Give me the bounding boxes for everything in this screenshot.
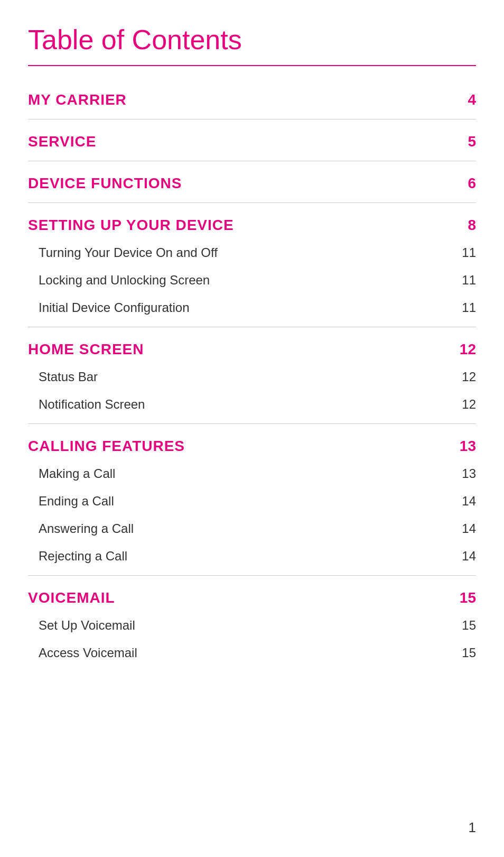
sub-title-home-screen-0: Status Bar	[39, 370, 98, 384]
section-page-my-carrier: 4	[455, 91, 476, 108]
section-row-device-functions[interactable]: DEVICE FUNCTIONS6	[28, 165, 476, 197]
section-page-voicemail: 15	[455, 589, 476, 606]
sub-title-setting-up-your-device-0: Turning Your Device On and Off	[39, 245, 218, 260]
page-container: Table of Contents MY CARRIER4SERVICE5DEV…	[0, 0, 504, 857]
sub-page-setting-up-your-device-0: 11	[455, 245, 476, 260]
section-title-service: SERVICE	[28, 133, 96, 150]
sub-title-calling-features-0: Making a Call	[39, 466, 115, 481]
section-title-device-functions: DEVICE FUNCTIONS	[28, 175, 182, 192]
sub-page-voicemail-0: 15	[455, 618, 476, 633]
sub-page-setting-up-your-device-1: 11	[455, 273, 476, 288]
sub-row-calling-features-2[interactable]: Answering a Call14	[28, 515, 476, 542]
sub-row-calling-features-0[interactable]: Making a Call13	[28, 460, 476, 487]
page-title: Table of Contents	[28, 24, 476, 56]
section-page-service: 5	[455, 133, 476, 150]
sub-title-calling-features-1: Ending a Call	[39, 494, 114, 509]
sub-title-calling-features-3: Rejecting a Call	[39, 549, 127, 564]
section-page-home-screen: 12	[455, 341, 476, 358]
sub-row-voicemail-1[interactable]: Access Voicemail15	[28, 639, 476, 667]
section-row-calling-features[interactable]: CALLING FEATURES13	[28, 428, 476, 460]
section-divider	[28, 423, 476, 424]
sub-row-calling-features-1[interactable]: Ending a Call14	[28, 487, 476, 515]
section-divider	[28, 202, 476, 203]
section-title-calling-features: CALLING FEATURES	[28, 438, 185, 455]
sub-page-voicemail-1: 15	[455, 646, 476, 660]
toc-section-voicemail: VOICEMAIL15Set Up Voicemail15Access Voic…	[28, 575, 476, 667]
sub-title-voicemail-0: Set Up Voicemail	[39, 618, 135, 633]
section-divider	[28, 327, 476, 327]
section-row-service[interactable]: SERVICE5	[28, 124, 476, 155]
sub-row-calling-features-3[interactable]: Rejecting a Call14	[28, 542, 476, 570]
section-page-device-functions: 6	[455, 175, 476, 192]
sub-page-calling-features-3: 14	[455, 549, 476, 564]
section-page-setting-up-your-device: 8	[455, 217, 476, 234]
section-row-my-carrier[interactable]: MY CARRIER4	[28, 82, 476, 114]
section-title-setting-up-your-device: SETTING UP YOUR DEVICE	[28, 217, 234, 234]
sub-row-voicemail-0[interactable]: Set Up Voicemail15	[28, 612, 476, 639]
toc-section-device-functions: DEVICE FUNCTIONS6	[28, 161, 476, 197]
sub-page-home-screen-0: 12	[455, 370, 476, 384]
sub-row-setting-up-your-device-0[interactable]: Turning Your Device On and Off11	[28, 239, 476, 266]
sub-title-setting-up-your-device-2: Initial Device Configuration	[39, 300, 189, 315]
sub-title-calling-features-2: Answering a Call	[39, 521, 134, 536]
toc-section-my-carrier: MY CARRIER4	[28, 82, 476, 114]
section-title-voicemail: VOICEMAIL	[28, 589, 115, 606]
sub-page-calling-features-2: 14	[455, 521, 476, 536]
section-row-voicemail[interactable]: VOICEMAIL15	[28, 580, 476, 612]
sub-row-setting-up-your-device-2[interactable]: Initial Device Configuration11	[28, 294, 476, 321]
toc-section-service: SERVICE5	[28, 119, 476, 155]
sub-page-calling-features-1: 14	[455, 494, 476, 509]
sub-row-home-screen-1[interactable]: Notification Screen12	[28, 391, 476, 418]
toc-section-calling-features: CALLING FEATURES13Making a Call13Ending …	[28, 423, 476, 570]
sub-row-home-screen-0[interactable]: Status Bar12	[28, 363, 476, 391]
section-divider	[28, 119, 476, 119]
section-title-my-carrier: MY CARRIER	[28, 91, 127, 108]
sub-title-voicemail-1: Access Voicemail	[39, 646, 137, 660]
sub-title-home-screen-1: Notification Screen	[39, 397, 145, 412]
section-divider	[28, 575, 476, 576]
page-number: 1	[469, 819, 476, 836]
sub-title-setting-up-your-device-1: Locking and Unlocking Screen	[39, 273, 210, 288]
section-page-calling-features: 13	[455, 438, 476, 455]
toc-section-home-screen: HOME SCREEN12Status Bar12Notification Sc…	[28, 327, 476, 418]
title-divider	[28, 65, 476, 66]
toc-content: MY CARRIER4SERVICE5DEVICE FUNCTIONS6SETT…	[28, 82, 476, 667]
section-title-home-screen: HOME SCREEN	[28, 341, 144, 358]
section-row-setting-up-your-device[interactable]: SETTING UP YOUR DEVICE8	[28, 207, 476, 239]
toc-section-setting-up-your-device: SETTING UP YOUR DEVICE8Turning Your Devi…	[28, 202, 476, 321]
sub-page-setting-up-your-device-2: 11	[455, 300, 476, 315]
section-divider	[28, 161, 476, 161]
section-row-home-screen[interactable]: HOME SCREEN12	[28, 331, 476, 363]
sub-page-calling-features-0: 13	[455, 466, 476, 481]
sub-page-home-screen-1: 12	[455, 397, 476, 412]
sub-row-setting-up-your-device-1[interactable]: Locking and Unlocking Screen11	[28, 266, 476, 294]
